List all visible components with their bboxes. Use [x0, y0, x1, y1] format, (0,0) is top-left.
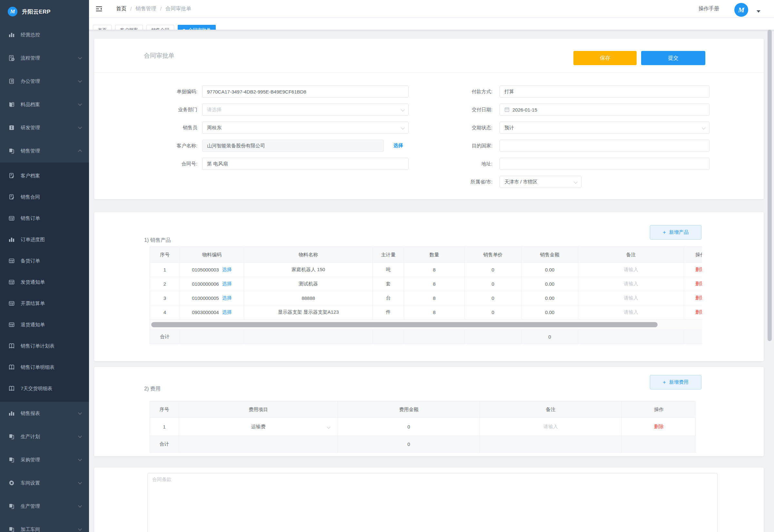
sidebar-item-order-progress[interactable]: 订单进度图: [0, 229, 89, 250]
note-input[interactable]: 请输入: [578, 277, 684, 291]
tab-label: 首页: [98, 27, 107, 30]
sidebar-item-label: 流程管理: [21, 55, 79, 61]
add-fee-button[interactable]: +新增费用: [650, 375, 701, 389]
sidebar-item-process-mgmt[interactable]: 流程管理: [0, 46, 89, 70]
salesman-select[interactable]: 周桂东: [202, 122, 409, 134]
select-material-link[interactable]: 选择: [222, 267, 232, 273]
delivery-date-label: 交付日期:: [425, 103, 492, 116]
tab-home[interactable]: 首页: [93, 25, 112, 30]
products-table: 序号 物料编码 物料名称 主计量 数量 销售单价 销售金额 备注 操作 1 01…: [150, 247, 702, 344]
contract-terms-textarea[interactable]: 合同条款: [147, 473, 718, 532]
customer-select-link[interactable]: 选择: [393, 143, 403, 149]
save-button[interactable]: 保存: [573, 51, 637, 65]
fees-card: 2) 费用 +新增费用 序号 费用项目 费用金额 备注 操作 1 运输费 0 请…: [94, 367, 764, 456]
document-edit-icon: [8, 194, 15, 200]
tab-sales-contract[interactable]: 销售合同: [146, 25, 174, 30]
sidebar-item-shipping-notice[interactable]: 发货通知单: [0, 271, 89, 293]
plus-icon: +: [663, 230, 666, 235]
delete-row-link[interactable]: 删除: [654, 424, 664, 430]
sidebar-item-sales-report[interactable]: 销售报表: [0, 402, 89, 425]
table-icon: [8, 321, 15, 328]
sidebar-item-customer-archives[interactable]: 客户档案: [0, 165, 89, 186]
delete-row-link[interactable]: 删除: [695, 309, 702, 315]
sidebar-item-label: 7天交货明细表: [21, 386, 81, 392]
delete-row-link[interactable]: 删除: [695, 295, 702, 301]
sidebar-item-processing-workshop[interactable]: 加工车间: [0, 518, 89, 532]
payment-input[interactable]: 打算: [500, 85, 709, 98]
add-product-button[interactable]: +新增产品: [650, 225, 701, 240]
cell-no: 1: [150, 263, 180, 277]
sidebar-item-rnd-mgmt[interactable]: 研发管理: [0, 116, 89, 139]
delivery-date-value: 2026-01-15: [512, 107, 537, 113]
delete-row-link[interactable]: 删除: [695, 281, 702, 287]
cell-price: 0: [465, 277, 521, 291]
sidebar-item-label: 订单进度图: [21, 237, 81, 243]
delivery-date-input[interactable]: 2026-01-15: [500, 103, 709, 116]
address-input[interactable]: [500, 158, 709, 170]
sidebar-item-purchase-mgmt[interactable]: 采购管理: [0, 448, 89, 471]
delete-row-link[interactable]: 删除: [695, 267, 702, 273]
select-material-link[interactable]: 选择: [222, 295, 232, 301]
sidebar-item-business-overview[interactable]: 经营总控: [0, 23, 89, 46]
contract-no-input[interactable]: 第 电风扇: [202, 158, 409, 170]
tab-customer-archives[interactable]: 客户档案: [115, 25, 143, 30]
sidebar-item-stock-order[interactable]: 备货订单: [0, 250, 89, 271]
submit-button[interactable]: 提交: [641, 51, 705, 65]
sidebar-item-label: 备货订单: [21, 258, 81, 264]
sidebar-item-office-mgmt[interactable]: 办公管理: [0, 70, 89, 93]
sidebar-item-label: 销售合同: [21, 194, 81, 200]
dept-select[interactable]: 请选择: [202, 103, 409, 116]
sidebar-item-order-plan-report[interactable]: 销售订单计划表: [0, 335, 89, 357]
note-input[interactable]: 请输入: [578, 263, 684, 277]
delivery-status-select[interactable]: 预计: [500, 122, 709, 134]
cell-name: 测试机器: [244, 277, 373, 291]
sidebar-collapse-icon[interactable]: [95, 6, 103, 12]
col-header-fee-item: 费用项目: [179, 401, 338, 418]
province-cascader[interactable]: 天津市 / 市辖区: [500, 176, 581, 188]
sidebar-item-order-detail-report[interactable]: 销售订单明细表: [0, 357, 89, 378]
form-title: 合同审批单: [144, 52, 174, 60]
square-i-icon: [8, 124, 15, 131]
sidebar-item-production-mgmt[interactable]: 生产管理: [0, 495, 89, 518]
cell-name: 家庭机器人 150: [244, 263, 373, 277]
products-card: 1) 销售产品 +新增产品 序号 物料编码 物料名称 主计量 数量 销售单价 销…: [94, 212, 764, 361]
chevron-down-icon: [78, 527, 82, 530]
sidebar-item-sales-mgmt[interactable]: 销售管理: [0, 139, 89, 163]
manual-link[interactable]: 操作手册: [699, 0, 719, 18]
user-avatar[interactable]: M: [734, 3, 748, 17]
bar-chart-icon: [8, 410, 15, 417]
sidebar-item-material-archives[interactable]: 料品档案: [0, 93, 89, 116]
sidebar-item-sales-order[interactable]: 销售订单: [0, 208, 89, 229]
breadcrumb-current: 合同审批单: [165, 5, 191, 12]
note-input[interactable]: 请输入: [480, 418, 622, 436]
fee-item-value: 运输费: [251, 424, 266, 430]
fee-item-select[interactable]: 运输费: [179, 418, 338, 436]
sidebar-item-7day-delivery-report[interactable]: 7天交货明细表: [0, 378, 89, 399]
cell-code: 0100000005: [192, 295, 219, 301]
sidebar-item-label: 经营总控: [21, 32, 81, 38]
sidebar-item-workshop-settings[interactable]: 车间设置: [0, 471, 89, 495]
select-material-link[interactable]: 选择: [222, 309, 232, 315]
sidebar-item-invoice-settlement[interactable]: 开票结算单: [0, 293, 89, 314]
products-section-title: 1) 销售产品: [144, 237, 171, 244]
select-material-link[interactable]: 选择: [222, 281, 232, 287]
total-label: 合计: [150, 330, 180, 344]
col-header-name: 物料名称: [244, 247, 373, 263]
sidebar-item-return-notice[interactable]: 退货通知单: [0, 314, 89, 335]
breadcrumb-sales-mgmt[interactable]: 销售管理: [135, 5, 156, 12]
breadcrumb-home[interactable]: 首页: [116, 5, 126, 12]
user-menu-caret-icon[interactable]: [757, 10, 760, 13]
note-input[interactable]: 请输入: [578, 305, 684, 320]
col-header-action: 操作: [622, 401, 696, 418]
sidebar-item-production-plan[interactable]: 生产计划: [0, 425, 89, 448]
sidebar-item-sales-contract[interactable]: 销售合同: [0, 186, 89, 208]
dest-country-input[interactable]: [500, 140, 709, 152]
sidebar-item-label: 车间设置: [21, 480, 79, 486]
note-input[interactable]: 请输入: [578, 291, 684, 305]
horizontal-scrollbar-thumb[interactable]: [151, 322, 658, 327]
table-icon: [8, 215, 15, 222]
vertical-scrollbar-thumb[interactable]: [768, 30, 772, 341]
table-horizontal-scrollbar: [150, 320, 702, 330]
doc-code-input[interactable]: 9770CA17-3497-4DB2-995E-B49E9CF61BD8: [202, 85, 409, 98]
tab-contract-approval[interactable]: 合同审批单: [178, 25, 216, 30]
